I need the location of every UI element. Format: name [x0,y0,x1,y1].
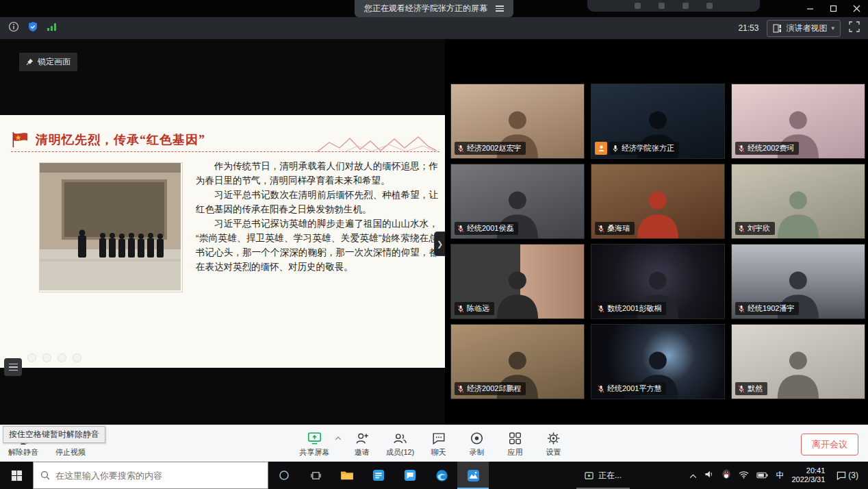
messenger-app-icon[interactable] [394,462,426,489]
minimize-button[interactable] [798,0,821,17]
unmute-label: 解除静音 [8,447,38,457]
taskbar-time: 20:41 [791,466,825,475]
decorative-mountains [317,134,437,154]
documents-app-icon[interactable] [363,462,394,489]
floating-toolbar[interactable] [587,0,760,12]
view-mode-selector[interactable]: 演讲者视图 ▾ [767,20,841,37]
participant-name: 经济2002赵宏宇 [467,143,521,153]
edge-browser-icon[interactable] [426,462,457,489]
tray-chevron-up-icon[interactable] [689,469,697,481]
share-options-caret[interactable] [334,427,343,440]
mic-status-icon [738,145,745,153]
qq-tray-icon[interactable] [722,469,731,481]
annotation-menu-button[interactable] [4,358,22,376]
search-input[interactable] [55,471,247,481]
leave-meeting-button[interactable]: 离开会议 [801,434,858,455]
dock-icon [682,3,689,9]
pin-view-button[interactable]: 锁定画面 [19,53,77,71]
meeting-info-icon[interactable] [8,21,19,35]
participant-tile[interactable]: 经统2001侯磊 [450,164,585,239]
participant-badges: 经统2002费珂 [735,142,799,155]
window-controls [798,0,868,17]
participant-badges: 陈临远 [455,302,494,315]
ime-indicator[interactable]: 中 [776,470,784,481]
security-shield-icon[interactable] [27,21,38,35]
members-button[interactable]: 成员(12) [381,427,420,457]
participant-tile[interactable]: 经济2002赵宏宇 [450,84,585,159]
name-badge: 经济2002赵宏宇 [455,142,526,155]
participant-name: 默然 [748,384,763,394]
close-button[interactable] [845,0,868,17]
windows-taskbar: 正在... 中 20:41 2022/3/31 [0,462,868,489]
taskbar-search[interactable] [33,462,268,489]
chat-button[interactable]: 聊天 [420,427,458,457]
watching-banner: 您正在观看经济学院张方正的屏幕 [355,0,513,17]
pin-icon [26,58,34,66]
record-label: 录制 [470,447,485,457]
cortana-button[interactable] [268,462,300,489]
participant-tile[interactable]: 经统2001平方慧 [591,324,725,399]
participant-tile[interactable]: 陈临远 [450,244,585,319]
action-center-button[interactable]: (3) [832,471,863,480]
annotation-tool-icon[interactable] [58,353,66,362]
slide-header: 清明忆先烈，传承“红色基因” [11,127,439,152]
name-badge: 经济学院张方正 [609,142,679,155]
running-task-button[interactable]: 正在... [576,462,630,489]
system-tray: 中 20:41 2022/3/31 (3) [689,462,868,489]
members-label: 成员(12) [386,447,415,457]
meeting-app-icon[interactable] [457,462,489,489]
share-screen-button[interactable]: 共享屏幕 [296,427,334,457]
layout-icon [773,24,782,33]
mic-status-icon [457,225,464,233]
taskbar-clock[interactable]: 20:41 2022/3/31 [791,466,825,484]
annotation-tool-icon[interactable] [42,353,51,362]
settings-button[interactable]: 设置 [535,427,573,457]
record-icon [470,430,485,446]
mic-status-icon [598,225,604,233]
participant-name: 经统2001平方慧 [607,384,661,394]
participant-tile[interactable]: 经统1902潘宇 [731,244,865,319]
unmute-tooltip: 按住空格键暂时解除静音 [3,426,105,443]
participant-tile[interactable]: 默然 [731,324,865,399]
name-badge: 陈临远 [455,302,494,315]
slide-paragraph: 习近平总书记数次在清明前后缅怀先烈、种植希望，让红色基因的传承在阳春之日焕发勃勃… [196,188,438,216]
network-signal-icon[interactable] [47,22,58,34]
name-badge: 经统2001平方慧 [595,382,666,395]
battery-icon[interactable] [756,469,768,481]
participant-badges: 经济学院张方正 [595,142,679,155]
notification-bubble-icon [837,471,846,480]
slide-paragraph: 习近平总书记探访英雄的脚步走遍了祖国的山山水水，“崇尚英雄、捍卫英雄、学习英雄、… [196,216,438,274]
fullscreen-icon[interactable] [849,21,860,35]
participant-name: 经济学院张方正 [622,143,674,153]
participant-tile[interactable]: 刘宇欣 [731,164,865,239]
banner-menu-icon[interactable] [496,5,504,12]
participant-tile[interactable]: 经济学院张方正 [591,84,725,159]
wifi-icon[interactable] [739,469,749,481]
slide-annotation-tools[interactable] [27,353,81,362]
slide-body-text: 作为传统节日，清明承载着人们对故人的缅怀追思；作为春日里的节气，清明同样孕育着未… [196,159,438,274]
gear-icon [546,430,561,446]
file-explorer-icon[interactable] [331,462,363,489]
start-button[interactable] [0,462,33,489]
speaker-icon[interactable] [704,469,714,481]
mic-status-icon [612,145,619,153]
share-screen-icon [307,430,323,446]
apps-button[interactable]: 应用 [496,427,535,457]
participant-tile[interactable]: 数统2001彭敬桐 [591,244,725,319]
participant-tile[interactable]: 经济2002邱鹏程 [450,324,585,399]
invite-button[interactable]: 邀请 [343,427,381,457]
task-view-button[interactable] [300,462,331,489]
annotation-tool-icon[interactable] [27,353,36,362]
running-task-label: 正在... [598,470,622,481]
record-button[interactable]: 录制 [458,427,496,457]
panel-collapse-handle[interactable]: ❯ [434,231,445,256]
participant-tile[interactable]: 经统2002费珂 [731,84,865,159]
name-badge: 桑海瑞 [595,222,635,235]
maximize-button[interactable] [821,0,845,17]
taskbar-date: 2022/3/31 [791,475,825,484]
name-badge: 默然 [735,382,767,395]
participant-tile[interactable]: 桑海瑞 [591,164,725,239]
slide-paragraph: 作为传统节日，清明承载着人们对故人的缅怀追思；作为春日里的节气，清明同样孕育着未… [196,159,438,188]
annotation-tool-icon[interactable] [73,353,81,362]
shared-screen-stage: 锁定画面 清明忆先烈，传承“红色基因” [0,39,445,425]
